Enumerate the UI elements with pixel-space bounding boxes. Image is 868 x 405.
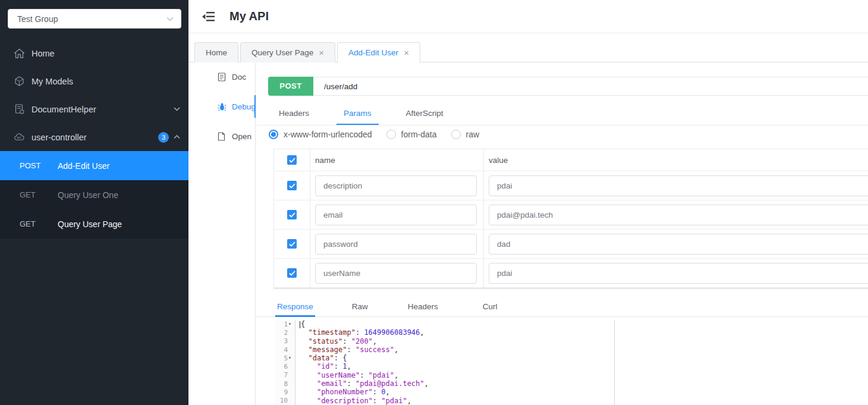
param-checkbox[interactable] xyxy=(287,210,297,219)
side-nav-doc[interactable]: Doc xyxy=(188,67,255,87)
app-screen: Test Group HomeMy ModelsDocumentHelperAP… xyxy=(0,0,868,405)
gutter-line: 6▾ xyxy=(275,362,295,371)
response-tab-curl[interactable]: Curl xyxy=(477,296,504,316)
select-all-checkbox[interactable] xyxy=(287,155,297,165)
tab-home[interactable]: Home xyxy=(194,42,238,62)
sidebar-item-documenthelper[interactable]: DocumentHelper xyxy=(0,95,188,123)
code-token: "pdai" xyxy=(369,371,394,379)
gutter-line: 5▾ xyxy=(275,354,295,362)
doc-icon xyxy=(218,73,227,81)
param-value-input[interactable] xyxy=(489,263,868,284)
param-checkbox[interactable] xyxy=(287,181,297,190)
sidebar-item-label: Home xyxy=(32,49,180,58)
line-number: 7 xyxy=(284,371,288,379)
sidebar: Test Group HomeMy ModelsDocumentHelperAP… xyxy=(0,0,188,405)
code-token xyxy=(300,362,317,371)
param-name-input[interactable] xyxy=(315,175,477,196)
side-nav-label: Doc xyxy=(232,73,246,81)
page-tabs: HomeQuery User Page×Add-Edit User× xyxy=(194,42,422,62)
response-tab-response[interactable]: Response xyxy=(275,296,315,316)
sidebar-item-home[interactable]: Home xyxy=(0,39,188,67)
line-number: 4 xyxy=(284,346,288,354)
code-token: : xyxy=(342,337,351,346)
code-token: { xyxy=(342,354,347,362)
tab-label: Home xyxy=(206,48,227,57)
api-item-add-edit-user[interactable]: POSTAdd-Edit User xyxy=(0,151,188,180)
response-tab-raw[interactable]: Raw xyxy=(346,296,374,316)
open-icon xyxy=(218,132,227,141)
radio-label: x-www-form-urlencoded xyxy=(284,130,372,139)
workspace: DocDebugOpen POST /user/add HeadersParam… xyxy=(188,63,868,405)
param-row xyxy=(274,171,868,200)
request-tabs: HeadersParamsAfterScript xyxy=(267,101,868,125)
param-name-cell xyxy=(310,200,484,229)
radio-form-data[interactable]: form-data xyxy=(386,130,437,139)
item-count-badge: 3 xyxy=(158,132,169,143)
code-line: "status": "200", xyxy=(300,337,614,346)
code-line: "email": "pdai@pdai.tech", xyxy=(300,379,614,388)
side-nav-debug[interactable]: Debug xyxy=(188,96,255,117)
code-line: { xyxy=(300,320,614,328)
code-token: { xyxy=(301,320,305,328)
code-line: "userName": "pdai", xyxy=(300,371,614,379)
code-token: , xyxy=(373,337,377,346)
param-value-input[interactable] xyxy=(489,205,868,225)
api-item-query-user-one[interactable]: GETQuery User One xyxy=(0,180,188,209)
radio-raw[interactable]: raw xyxy=(451,130,480,139)
close-icon[interactable]: × xyxy=(319,48,324,57)
request-tab-afterscript[interactable]: AfterScript xyxy=(394,101,455,125)
line-number: 9 xyxy=(284,388,288,396)
code-token: 1 xyxy=(342,362,347,371)
radio-x-www-form-urlencoded[interactable]: x-www-form-urlencoded xyxy=(269,130,372,139)
group-select-value: Test Group xyxy=(17,14,166,24)
param-name-input[interactable] xyxy=(315,263,477,284)
param-value-input[interactable] xyxy=(489,234,868,255)
request-tab-params[interactable]: Params xyxy=(332,101,383,125)
param-checkbox[interactable] xyxy=(287,268,297,278)
code-line: "timestamp": 1649906083946, xyxy=(300,328,614,337)
gutter-line: 7▾ xyxy=(275,371,295,379)
svg-text:API: API xyxy=(17,136,21,139)
request-url-group: POST /user/add xyxy=(268,77,868,96)
param-name-input[interactable] xyxy=(315,234,477,255)
side-nav-open[interactable]: Open xyxy=(188,126,255,146)
code-token: : xyxy=(373,388,381,396)
code-token: , xyxy=(394,371,398,379)
param-name-cell xyxy=(310,230,484,258)
param-name-input[interactable] xyxy=(315,205,477,225)
gutter-line: 2▾ xyxy=(275,328,295,337)
param-value-input[interactable] xyxy=(489,175,868,196)
request-tab-headers[interactable]: Headers xyxy=(267,101,321,125)
page-title: My API xyxy=(229,10,269,23)
text-cursor xyxy=(300,321,300,328)
api-method-label: GET xyxy=(20,190,58,199)
body-type-radios: x-www-form-urlencodedform-dataraw xyxy=(269,130,493,139)
sidebar-item-my-models[interactable]: My Models xyxy=(0,67,188,95)
fold-toggle-icon[interactable]: ▾ xyxy=(288,356,294,360)
line-number: 1 xyxy=(284,321,288,328)
response-code-editor[interactable]: 1▾2▾3▾4▾5▾6▾7▾8▾9▾10▾ { "timestamp": 164… xyxy=(275,320,615,405)
tab-label: Add-Edit User xyxy=(348,48,398,57)
api-item-query-user-page[interactable]: GETQuery User Page xyxy=(0,209,188,238)
request-url-input[interactable]: /user/add xyxy=(324,82,357,91)
code-token: , xyxy=(424,379,429,388)
method-tag: POST xyxy=(268,77,313,96)
fold-menu-icon[interactable] xyxy=(202,11,215,22)
tab-bar: HomeQuery User Page×Add-Edit User× xyxy=(188,33,868,62)
chevron-down-icon xyxy=(166,17,174,21)
chevron-down-icon xyxy=(174,107,180,111)
param-checkbox[interactable] xyxy=(287,239,297,249)
side-nav-label: Open xyxy=(232,132,251,141)
param-value-cell xyxy=(484,259,868,287)
fold-toggle-icon[interactable]: ▾ xyxy=(288,322,294,326)
tab-query-user-page[interactable]: Query User Page× xyxy=(240,42,335,62)
response-tab-headers[interactable]: Headers xyxy=(402,296,444,316)
close-icon[interactable]: × xyxy=(404,48,409,57)
sidebar-item-user-controller[interactable]: APIuser-controller3 xyxy=(0,123,188,151)
param-checkbox-cell xyxy=(274,259,310,287)
side-nav-label: Debug xyxy=(232,102,256,111)
tab-add-edit-user[interactable]: Add-Edit User× xyxy=(337,42,420,63)
line-number: 6 xyxy=(284,363,288,371)
code-token xyxy=(300,397,317,405)
group-select[interactable]: Test Group xyxy=(8,9,181,29)
